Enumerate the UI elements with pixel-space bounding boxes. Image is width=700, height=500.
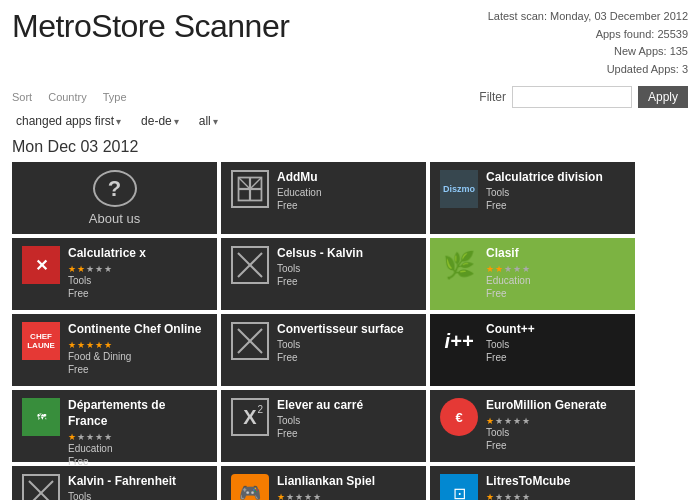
count-price: Free (486, 352, 625, 363)
addmu-price: Free (277, 200, 416, 211)
calc-division-name: Calculatrice division (486, 170, 625, 186)
lian-name: Lianliankan Spiel (277, 474, 416, 490)
clasif-info: Clasif ★ ★ ★ ★ ★ Education Free (486, 246, 625, 299)
euro-category: Tools (486, 427, 625, 438)
chef-info: Continente Chef Online ★ ★ ★ ★ ★ Food & … (68, 322, 207, 375)
about-icon: ? (93, 170, 137, 207)
tile-euro[interactable]: € EuroMillion Generate ★ ★ ★ ★ ★ Tools F… (430, 390, 635, 462)
chef-rating: ★ ★ ★ ★ ★ (68, 340, 207, 350)
tile-litres[interactable]: ⊡ LitresToMcube ★ ★ ★ ★ ★ Tools Free (430, 466, 635, 500)
tile-calc-x[interactable]: ✕ Calculatrice x ★ ★ ★ ★ ★ Tools Free (12, 238, 217, 310)
dept-price: Free (68, 456, 207, 467)
svg-line-4 (250, 178, 261, 189)
apply-button[interactable]: Apply (638, 86, 688, 108)
calc-x-category: Tools (68, 275, 207, 286)
tile-calc-division[interactable]: Diszmo Calculatrice division Tools Free (430, 162, 635, 234)
kalvin-info: Kalvin - Fahrenheit Tools Free (68, 474, 207, 500)
tile-about-us[interactable]: ? About us (12, 162, 217, 234)
clasif-icon: 🌿 (440, 246, 478, 284)
convertisseur-icon (231, 322, 269, 360)
litres-icon: ⊡ (440, 474, 478, 500)
dept-icon: 🗺 (22, 398, 60, 436)
tile-elever[interactable]: X 2 Elever au carré Tools Free (221, 390, 426, 462)
celsus-icon (231, 246, 269, 284)
tile-kalvin[interactable]: Kalvin - Fahrenheit Tools Free (12, 466, 217, 500)
filter-input[interactable] (512, 86, 632, 108)
euro-icon: € (440, 398, 478, 436)
dept-info: Départements de France ★ ★ ★ ★ ★ Educati… (68, 398, 207, 466)
tile-clasif[interactable]: 🌿 Clasif ★ ★ ★ ★ ★ Education Free (430, 238, 635, 310)
litres-rating: ★ ★ ★ ★ ★ (486, 492, 625, 500)
elever-icon: X 2 (231, 398, 269, 436)
type-control: Type (103, 91, 127, 103)
country-control: Country (48, 91, 87, 103)
elever-category: Tools (277, 415, 416, 426)
lian-info: Lianliankan Spiel ★ ★ ★ ★ ★ Games Free (277, 474, 416, 500)
tile-convertisseur[interactable]: Convertisseur surface Tools Free (221, 314, 426, 386)
tile-addmu[interactable]: AddMu Education Free (221, 162, 426, 234)
calc-division-category: Tools (486, 187, 625, 198)
new-apps-label: New Apps: 135 (488, 43, 688, 61)
svg-line-3 (239, 178, 250, 189)
elever-price: Free (277, 428, 416, 439)
lian-rating: ★ ★ ★ ★ ★ (277, 492, 416, 500)
calc-x-rating: ★ ★ ★ ★ ★ (68, 264, 207, 274)
elever-name: Elever au carré (277, 398, 416, 414)
clasif-rating: ★ ★ ★ ★ ★ (486, 264, 625, 274)
count-info: Count++ Tools Free (486, 322, 625, 363)
filter-group: Filter Apply (479, 86, 688, 108)
convertisseur-price: Free (277, 352, 416, 363)
chef-name: Continente Chef Online (68, 322, 207, 338)
apps-found-label: Apps found: 25539 (488, 26, 688, 44)
chef-category: Food & Dining (68, 351, 207, 362)
convertisseur-info: Convertisseur surface Tools Free (277, 322, 416, 363)
about-us-label: About us (89, 211, 140, 226)
elever-info: Elever au carré Tools Free (277, 398, 416, 439)
tile-celsus[interactable]: Celsus - Kalvin Tools Free (221, 238, 426, 310)
litres-info: LitresToMcube ★ ★ ★ ★ ★ Tools Free (486, 474, 625, 500)
scan-info: Latest scan: Monday, 03 December 2012 Ap… (488, 8, 688, 78)
count-name: Count++ (486, 322, 625, 338)
tile-chef[interactable]: CHEFLAUNE Continente Chef Online ★ ★ ★ ★… (12, 314, 217, 386)
page-title: MetroStore Scanner (12, 8, 289, 45)
lian-icon: 🎮 (231, 474, 269, 500)
dept-category: Education (68, 443, 207, 454)
calc-x-info: Calculatrice x ★ ★ ★ ★ ★ Tools Free (68, 246, 207, 299)
addmu-info: AddMu Education Free (277, 170, 416, 211)
calc-division-icon: Diszmo (440, 170, 478, 208)
kalvin-category: Tools (68, 491, 207, 500)
clasif-price: Free (486, 288, 625, 299)
chef-icon: CHEFLAUNE (22, 322, 60, 360)
addmu-icon (231, 170, 269, 208)
euro-info: EuroMillion Generate ★ ★ ★ ★ ★ Tools Fre… (486, 398, 625, 451)
date-label: Mon Dec 03 2012 (0, 134, 700, 162)
tile-count[interactable]: i++ Count++ Tools Free (430, 314, 635, 386)
latest-scan-label: Latest scan: Monday, 03 December 2012 (488, 8, 688, 26)
calc-x-name: Calculatrice x (68, 246, 207, 262)
dept-rating: ★ ★ ★ ★ ★ (68, 432, 207, 442)
addmu-name: AddMu (277, 170, 416, 186)
kalvin-name: Kalvin - Fahrenheit (68, 474, 207, 490)
count-icon: i++ (440, 322, 478, 360)
celsus-price: Free (277, 276, 416, 287)
tile-lian[interactable]: 🎮 Lianliankan Spiel ★ ★ ★ ★ ★ Games Free (221, 466, 426, 500)
calc-x-price: Free (68, 288, 207, 299)
controls-bar: Sort Country Type Filter Apply (0, 82, 700, 112)
clasif-name: Clasif (486, 246, 625, 262)
country-label: Country (48, 91, 87, 103)
celsus-category: Tools (277, 263, 416, 274)
updated-apps-label: Updated Apps: 3 (488, 61, 688, 79)
app-grid: ? About us AddMu Education Free Diszmo C… (0, 162, 700, 500)
convertisseur-category: Tools (277, 339, 416, 350)
kalvin-icon (22, 474, 60, 500)
sort-dropdown[interactable]: changed apps first (12, 112, 125, 130)
tile-dept[interactable]: 🗺 Départements de France ★ ★ ★ ★ ★ Educa… (12, 390, 217, 462)
calc-division-info: Calculatrice division Tools Free (486, 170, 625, 211)
sort-control: Sort (12, 91, 32, 103)
chef-price: Free (68, 364, 207, 375)
addmu-category: Education (277, 187, 416, 198)
euro-rating: ★ ★ ★ ★ ★ (486, 416, 625, 426)
type-dropdown[interactable]: all (195, 112, 222, 130)
clasif-category: Education (486, 275, 625, 286)
country-dropdown[interactable]: de-de (137, 112, 183, 130)
